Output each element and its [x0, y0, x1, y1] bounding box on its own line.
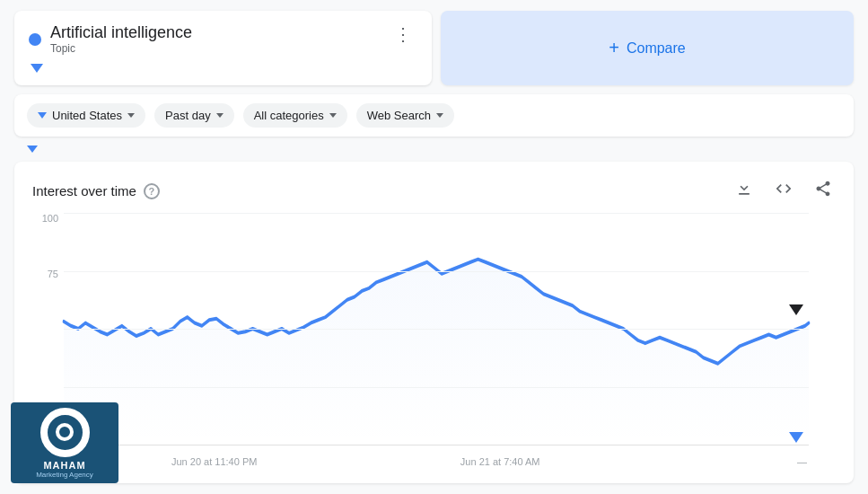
compare-label: Compare [627, 40, 686, 57]
location-filter-label: United States [52, 109, 122, 122]
search-type-filter[interactable]: Web Search [356, 103, 454, 128]
search-term-title-area: Artificial intelligence Topic [29, 23, 192, 55]
chart-marker-blue [789, 432, 803, 443]
grid-line-75 [64, 271, 809, 272]
chart-title: Interest over time [32, 183, 136, 198]
y-label-75: 75 [48, 269, 58, 279]
search-type-chevron-icon [436, 113, 443, 118]
watermark-inner [56, 423, 74, 441]
search-term-name: Artificial intelligence [50, 23, 192, 42]
x-axis-dash: — [797, 456, 807, 467]
location-chevron-icon [127, 113, 135, 118]
watermark-name: MAHAM [43, 460, 85, 471]
grid-line-50 [64, 329, 809, 330]
compare-plus-icon: + [609, 38, 619, 58]
download-button[interactable] [732, 176, 757, 206]
sub-filter-arrow-icon[interactable] [27, 146, 38, 153]
y-label-100: 100 [42, 213, 58, 224]
top-row: Artificial intelligence Topic ⋮ + Compar… [14, 11, 854, 85]
sub-filter-row [14, 146, 854, 153]
chart-title-area: Interest over time ? [32, 183, 160, 199]
topic-dot [29, 33, 41, 46]
search-term-card: Artificial intelligence Topic ⋮ [14, 11, 432, 85]
category-filter-label: All categories [254, 109, 324, 122]
chart-x-axis: Jun 20 at 11:40 PM Jun 21 at 7:40 AM — [64, 450, 809, 472]
x-label-end: Jun 21 at 7:40 AM [460, 456, 540, 467]
search-term-text: Artificial intelligence Topic [50, 23, 192, 55]
search-term-type: Topic [50, 42, 192, 55]
chart-section: Interest over time ? [14, 162, 854, 483]
search-term-dropdown-arrow[interactable] [31, 64, 43, 73]
share-button[interactable] [811, 176, 836, 206]
chart-svg-area [64, 213, 809, 445]
category-filter[interactable]: All categories [243, 103, 347, 128]
embed-button[interactable] [771, 176, 796, 206]
category-chevron-icon [329, 113, 337, 118]
watermark-ring [40, 408, 90, 457]
chart-wrapper: 100 75 50 25 0 [32, 213, 836, 472]
chart-actions [732, 176, 836, 206]
location-arrow-icon [38, 112, 47, 119]
chart-marker-dark [789, 304, 803, 315]
watermark-logo: MAHAM Marketing Agency [11, 402, 118, 483]
main-container: Artificial intelligence Topic ⋮ + Compar… [0, 0, 868, 494]
time-filter[interactable]: Past day [154, 103, 234, 128]
more-options-button[interactable]: ⋮ [389, 23, 417, 45]
search-term-header: Artificial intelligence Topic ⋮ [29, 23, 417, 55]
search-type-filter-label: Web Search [367, 109, 431, 122]
grid-line-100 [64, 213, 809, 214]
help-icon[interactable]: ? [144, 183, 160, 199]
time-filter-label: Past day [165, 109, 211, 122]
filters-row: United States Past day All categories We… [14, 94, 854, 137]
time-chevron-icon [216, 113, 224, 118]
chart-header: Interest over time ? [32, 176, 836, 206]
x-label-start: Jun 20 at 11:40 PM [171, 456, 257, 467]
compare-button[interactable]: + Compare [609, 38, 686, 58]
location-filter[interactable]: United States [27, 103, 145, 128]
grid-line-25 [64, 387, 809, 388]
compare-card: + Compare [441, 11, 854, 85]
watermark-subtext: Marketing Agency [36, 471, 93, 479]
